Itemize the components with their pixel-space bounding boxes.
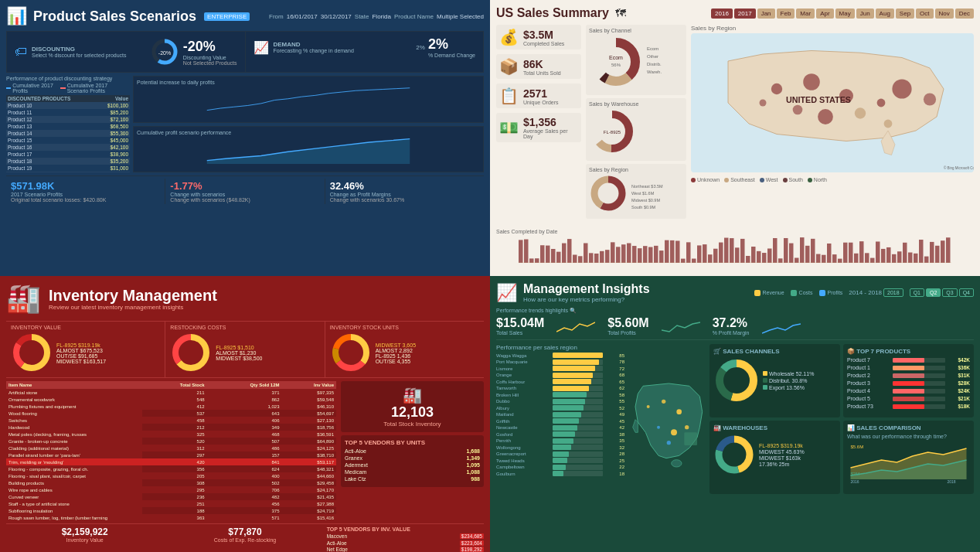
btn-jan[interactable]: Jan: [757, 9, 775, 19]
table-row: Flooring - sisal plant, sisal/coir, carp…: [6, 472, 336, 479]
year-select[interactable]: 2018: [883, 288, 903, 297]
svg-rect-111: [930, 242, 934, 263]
svg-rect-93: [832, 254, 837, 263]
date-to[interactable]: 30/12/2017: [321, 13, 352, 20]
panel1-title: Product Sales Scenarios: [33, 9, 196, 25]
table-row: Rough sawn lumber, log, timber (lumber f…: [6, 514, 336, 520]
svg-rect-101: [876, 241, 880, 263]
warehouse-donut: FL-8925: [589, 108, 666, 155]
stock-donut: [330, 332, 373, 374]
state-select[interactable]: Florida: [372, 13, 390, 20]
panel4-title: Management Insights: [523, 282, 650, 296]
svg-rect-104: [892, 254, 897, 263]
svg-rect-107: [908, 253, 913, 263]
btn-mar[interactable]: Mar: [796, 9, 815, 19]
table-row: Product 19$31,000: [6, 165, 130, 172]
table-row: Metal poles (decking, framing, trusses 3…: [6, 431, 336, 438]
bar-row: Tamworth 62: [496, 386, 624, 391]
svg-rect-95: [843, 243, 848, 263]
vendors-units: TOP 5 VENDORS BY UNITS Acti-Aloe1,688Gra…: [341, 435, 484, 487]
vendor-item: Adermext1,095: [345, 462, 480, 468]
svg-rect-64: [675, 240, 680, 263]
svg-rect-98: [859, 241, 864, 263]
bar-row: Coffs Harbour 65: [496, 379, 624, 384]
panel3-title: Inventory Management: [49, 287, 217, 304]
svg-rect-36: [524, 240, 529, 263]
table-row: Trim, molding or 'moulding' 420 841 $53,…: [6, 458, 336, 465]
stat-margin-change: 32.46% Change as Profit Margins Change w…: [325, 179, 484, 204]
svg-rect-35: [519, 240, 523, 263]
svg-point-132: [657, 426, 660, 429]
svg-rect-73: [724, 238, 729, 263]
sales-channels-section: 🛒 SALES CHANNELS Wholesale 52.11% Distri…: [709, 344, 840, 417]
restock-kpi: $77,870 Costs of Exp. Re-stocking: [166, 526, 323, 552]
stat-profit-change: -1.77% Change with scenarios Change with…: [165, 179, 325, 204]
btn-aug[interactable]: Aug: [876, 9, 894, 19]
btn-dec[interactable]: Dec: [955, 9, 974, 19]
svg-rect-81: [767, 248, 772, 263]
sales-sparkline: [556, 316, 595, 336]
svg-text:South $0.9M: South $0.9M: [631, 205, 656, 210]
date-from[interactable]: 16/01/2017: [287, 13, 318, 20]
svg-text:2018: 2018: [948, 479, 956, 483]
svg-rect-68: [697, 245, 702, 263]
svg-rect-108: [914, 254, 918, 263]
svg-rect-46: [578, 256, 583, 263]
svg-rect-63: [670, 240, 675, 263]
svg-rect-76: [740, 239, 745, 263]
aus-map-svg: [628, 353, 705, 492]
sparkline-cumulative: [137, 137, 480, 164]
product-select[interactable]: Multiple Selected: [437, 13, 484, 20]
region-donut: Northeast $3.5M West $1.6M Midwest $0.9M…: [589, 174, 666, 213]
btn-feb[interactable]: Feb: [777, 9, 795, 19]
svg-rect-113: [941, 240, 945, 263]
btn-q3[interactable]: Q3: [942, 288, 957, 297]
p4-kpi-sales: Performance trends highlights 🔍 $15.04M …: [496, 308, 801, 336]
p4-legend: Revenue Costs Profits: [754, 290, 843, 296]
total-stock-kpi: 🏭 12,103 Total Stock Inventory: [341, 381, 484, 432]
panel-management-insights: 📈 Management Insights How are our key me…: [490, 276, 980, 552]
time-buttons[interactable]: 2016 2017 Jan Feb Mar Apr May Jun Aug Se…: [711, 9, 974, 19]
discount-metric: 🏷 DISCOUNTING Select % discount for sele…: [7, 32, 246, 72]
profits-sparkline: [662, 316, 700, 336]
demand-value: 2%: [428, 36, 475, 53]
panel1-header: 📊 Product Sales Scenarios ENTERPRISE Fro…: [6, 6, 484, 26]
svg-point-131: [671, 429, 677, 435]
panel3-header: 🏭 Inventory Management Review our latest…: [6, 282, 484, 315]
warehouses-donut: [713, 434, 756, 476]
svg-rect-79: [757, 251, 761, 263]
insights-icon: 📈: [496, 283, 517, 303]
btn-q4[interactable]: Q4: [959, 288, 974, 297]
warehouses-section: 🏭 WAREHOUSES FL-8925 $319.19k MIDWEST 45…: [709, 421, 840, 494]
svg-rect-53: [616, 247, 621, 263]
stock-units-metric: INVENTORY STOCK UNITS MIDWEST 3,605 ALMO…: [325, 322, 484, 377]
svg-text:$2M: $2M: [851, 472, 860, 476]
btn-q1[interactable]: Q1: [910, 288, 924, 297]
panel-us-sales: US Sales Summary 🗺 2016 2017 Jan Feb Mar…: [490, 0, 980, 276]
svg-rect-43: [562, 244, 567, 263]
btn-nov[interactable]: Nov: [935, 9, 954, 19]
btn-2017[interactable]: 2017: [734, 9, 756, 19]
svg-rect-72: [719, 243, 723, 263]
btn-oct[interactable]: Oct: [916, 9, 933, 19]
svg-point-127: [647, 405, 650, 408]
svg-rect-110: [924, 257, 929, 263]
btn-q2[interactable]: Q2: [926, 288, 941, 297]
btn-may[interactable]: May: [835, 9, 855, 19]
btn-jun[interactable]: Jun: [856, 9, 874, 19]
table-row: Hardwood 212 349 $18,756: [6, 424, 336, 431]
svg-text:UNITED STATES: UNITED STATES: [786, 95, 851, 104]
quarter-buttons[interactable]: Q1 Q2 Q3 Q4: [910, 288, 974, 297]
vendor-value-item: Acti-Aloe$223,604: [327, 540, 484, 546]
svg-point-28: [760, 100, 767, 107]
btn-apr[interactable]: Apr: [816, 9, 833, 19]
svg-marker-3: [207, 138, 410, 163]
bar-row: Goulburn 18: [496, 471, 624, 476]
enterprise-badge: ENTERPRISE: [204, 12, 250, 21]
svg-point-4: [597, 43, 635, 81]
btn-sep[interactable]: Sep: [896, 9, 914, 19]
kpi-sales: 💰 $3.5M Completed Sales: [496, 25, 581, 49]
btn-2016[interactable]: 2016: [711, 9, 733, 19]
dollar-icon: 💵: [499, 118, 519, 137]
date-bar-chart: [496, 236, 974, 263]
